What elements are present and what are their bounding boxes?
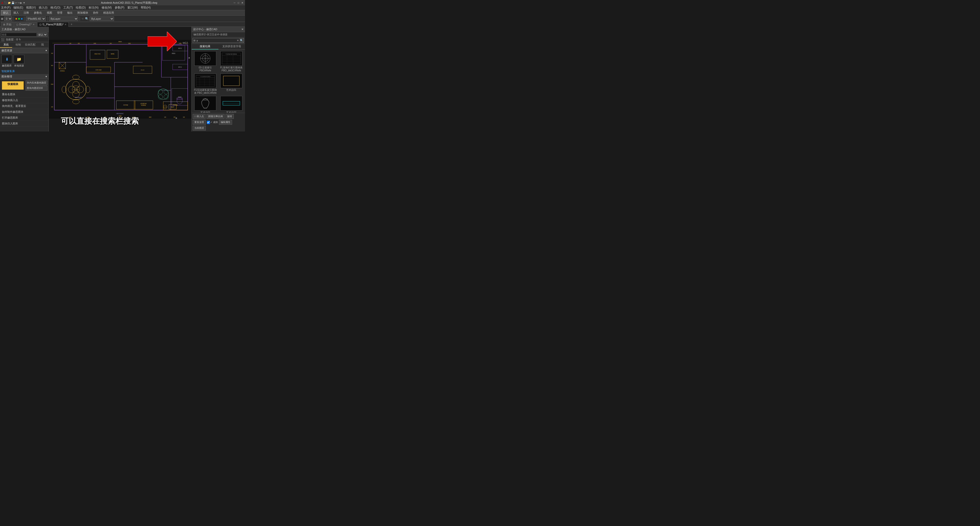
doc-tab-plans[interactable]: ◻ !1_Plans(平面图)* ✕ <box>37 22 69 27</box>
result-item-5[interactable]: 艺术品01 <box>192 95 218 113</box>
search-go-btn[interactable]: 🔍 <box>239 38 244 43</box>
menu-draw[interactable]: 绘图(D) <box>76 6 86 10</box>
ribbon-tab-insert[interactable]: 插入 <box>11 10 21 15</box>
resource-local[interactable]: 📁 本地资源 <box>14 55 24 67</box>
results-grid: 03-立面索引PBO#Refe FL装饰灯索引图例表 <box>192 50 245 113</box>
toolbar-icon-3: ■ <box>21 17 23 21</box>
svg-text:600: 600 <box>110 43 112 44</box>
layer-refresh-icon[interactable]: ↻ <box>19 38 21 41</box>
plans-tab-label: !1_Plans(平面图)* <box>42 23 64 26</box>
result-item-2[interactable]: FL装饰灯索引图例表 FL装饰灯索引图例表 PBO_blkSC#Refe <box>219 51 244 73</box>
svg-text:665: 665 <box>173 117 176 118</box>
quick-block-btn[interactable]: 快速组块 <box>2 81 24 90</box>
resources-section-header[interactable]: 赫思资源 ▾ <box>0 48 48 53</box>
make-block-btn[interactable]: 如何制作赫思图块 <box>0 109 48 115</box>
menu-edit[interactable]: 编辑(E) <box>13 6 23 10</box>
results-tabs: 搜索结果 支持拼音首字母 <box>192 44 245 50</box>
svg-text:200: 200 <box>51 106 53 108</box>
quick-block-row: 快速组块 块内实体颜色随层 图块内图层归0 <box>0 79 48 92</box>
menu-bar: 文件(F) 编辑(E) 视图(V) 插入(I) 格式(O) 工具(T) 绘图(D… <box>0 5 245 10</box>
ribbon-tab-collab[interactable]: 协作 <box>91 10 100 15</box>
linetype-select-2[interactable]: ByLayer <box>90 17 114 21</box>
result-item-6[interactable]: 艺术品02 <box>219 95 244 113</box>
ribbon-tab-param[interactable]: 参数化 <box>32 10 44 15</box>
success-checkbox[interactable]: ✓ 成块 <box>207 120 218 125</box>
menu-param[interactable]: 参数(P) <box>115 6 124 10</box>
drawing1-tab-close[interactable]: ✕ <box>33 23 35 26</box>
new-tab-btn[interactable]: + <box>69 22 74 27</box>
ribbon-tab-featured[interactable]: 精选应用 <box>101 10 116 15</box>
thumb-5 <box>194 96 216 111</box>
menu-window[interactable]: 窗口(W) <box>127 6 138 10</box>
menu-dimension[interactable]: 标注(N) <box>89 6 99 10</box>
left-panel-title: 工具面板 - 赫思CAD <box>2 27 25 31</box>
current-layer-row: ⬛ 当前层：0 ↻ <box>0 37 48 42</box>
thumb-6 <box>220 96 242 111</box>
minimize-btn[interactable]: ─ <box>233 1 236 5</box>
attrib-btn[interactable]: 编辑属性 <box>219 120 232 125</box>
doc-tab-drawing1[interactable]: ◻ Drawing1* ✕ <box>14 22 37 26</box>
layer-btn[interactable]: 当前图层 <box>192 126 206 130</box>
svg-text:共享影院: 共享影院 <box>141 105 146 106</box>
smart-library[interactable]: 智能家私库 <box>0 69 48 74</box>
maximize-btn[interactable]: □ <box>237 1 240 5</box>
doc-tab-start[interactable]: ⊞ 开始 <box>1 22 14 27</box>
drawing1-tab-icon: ◻ <box>16 23 18 26</box>
ribbon-tab-addons[interactable]: 附加模块 <box>75 10 90 15</box>
search-row: ⊞ ✕ 🔍 <box>192 37 245 44</box>
svg-text:缝纫机: 缝纫机 <box>111 53 115 54</box>
quick-access-toolbar: ⬛ 📁 💾 ↩ ↪ ▶ ▼ <box>4 2 25 4</box>
svg-text:西: 西 <box>188 57 190 59</box>
menu-insert[interactable]: 插入(I) <box>39 6 47 10</box>
plans-tab-close[interactable]: ✕ <box>65 23 67 26</box>
open-library-btn[interactable]: 打开赫思图库 <box>0 115 48 121</box>
toolbar-separator-4 <box>80 17 80 21</box>
linetype-select[interactable]: ByLayer <box>49 17 78 21</box>
fill-mask-btn[interactable]: 块内填充、遮罩置后 <box>0 103 48 109</box>
block-section-header[interactable]: 图块整理 ▾ <box>0 74 48 79</box>
insert-point-btn[interactable]: □ 插入点 <box>192 114 205 119</box>
tab-match[interactable]: 实体匹配 <box>24 42 37 48</box>
canvas-area[interactable]: 9560 <box>49 27 191 132</box>
result-item-4[interactable]: 艺术品01 <box>219 73 244 95</box>
menu-format[interactable]: 格式(O) <box>51 6 60 10</box>
repeat-btn[interactable]: 重复放置 <box>192 120 206 125</box>
ribbon-tab-view[interactable]: 视图 <box>45 10 54 15</box>
ribbon-tab-default[interactable]: 默认 <box>1 10 11 15</box>
menu-file[interactable]: 文件(F) <box>1 6 11 10</box>
block-layer-btn[interactable]: 图块内图层归0 <box>25 86 48 91</box>
search-input[interactable] <box>196 38 236 43</box>
result-item-3[interactable]: FU活动家私索引图例表 FU活动家私索引图例表 PBO_blkSC#Refe <box>192 73 218 95</box>
block-color-btn[interactable]: 块内实体颜色随层 <box>25 80 48 85</box>
menu-tools[interactable]: 工具(T) <box>63 6 73 10</box>
font-select[interactable]: !PboMS-40 <box>26 17 46 21</box>
resource-library[interactable]: ⬇ 赫思图库 <box>2 55 12 67</box>
menu-view[interactable]: 视图(V) <box>26 6 36 10</box>
result-tab-pinyin[interactable]: 支持拼音首字母 <box>218 44 245 49</box>
ribbon-tab-annotate[interactable]: 注释 <box>21 10 31 15</box>
layer-search-input[interactable] <box>1 33 37 37</box>
menu-help[interactable]: 帮助(H) <box>141 6 151 10</box>
menu-modify[interactable]: 修改(M) <box>102 6 112 10</box>
layer-dropdown[interactable]: 默认 <box>37 33 48 37</box>
close-btn[interactable]: ✕ <box>240 1 244 5</box>
result-tab-results[interactable]: 搜索结果 <box>192 44 218 49</box>
svg-text:530: 530 <box>119 117 121 118</box>
layer-select[interactable]: 0 <box>4 17 12 21</box>
result-item-1[interactable]: 03-立面索引PBO#Refe <box>192 51 218 73</box>
success-check[interactable] <box>207 121 210 124</box>
right-panel-close-btn[interactable]: ✕ <box>241 28 243 31</box>
add-to-library-btn[interactable]: 图块归入图库 <box>0 121 48 127</box>
tab-draw[interactable]: 绘制 <box>12 42 24 48</box>
rename-block-btn[interactable]: 重命名图块 <box>0 92 48 97</box>
ribbon-tab-manage[interactable]: 管理 <box>55 10 65 15</box>
label-1: 03-立面索引PBO#Refe <box>193 66 218 72</box>
tab-me[interactable]: 我 <box>36 42 48 48</box>
ribbon-tab-output[interactable]: 输出 <box>65 10 75 15</box>
scale-btn[interactable]: 跟随注释比例 <box>207 114 224 119</box>
rotate-btn[interactable]: 旋转 <box>226 114 234 119</box>
modify-insert-btn[interactable]: 修改块插入点 <box>0 97 48 103</box>
search-clear-btn[interactable]: ✕ <box>236 39 239 42</box>
tab-system[interactable]: 系统 <box>0 42 12 48</box>
doc-tabs: ⊞ 开始 ◻ Drawing1* ✕ ◻ !1_Plans(平面图)* ✕ + <box>0 22 245 27</box>
